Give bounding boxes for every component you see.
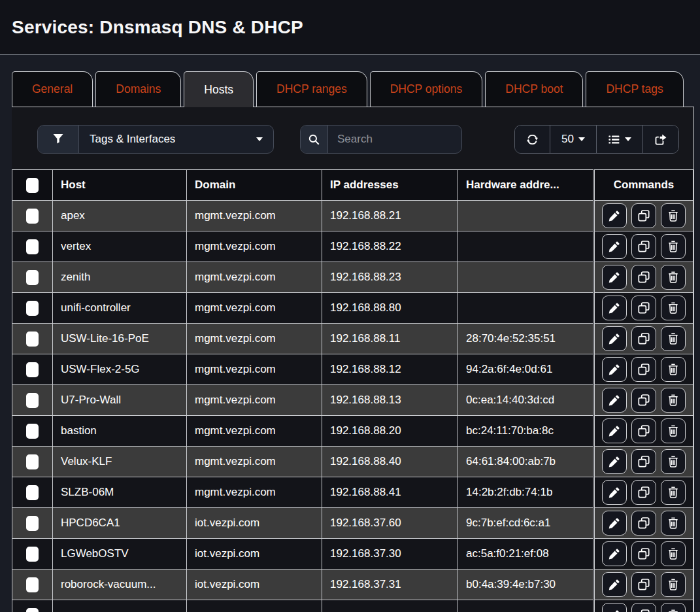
tags-interfaces-dropdown[interactable]: Tags & Interfaces: [79, 126, 273, 153]
delete-button[interactable]: [661, 203, 686, 228]
tab-dhcp-tags[interactable]: DHCP tags: [586, 71, 683, 107]
column-header-hardware-addre-[interactable]: Hardware addre...: [458, 170, 594, 201]
clone-button[interactable]: [631, 480, 656, 505]
delete-button[interactable]: [661, 296, 686, 320]
row-checkbox[interactable]: [26, 239, 39, 254]
search-input[interactable]: [328, 126, 461, 153]
column-header-domain[interactable]: Domain: [187, 170, 322, 201]
delete-button[interactable]: [661, 326, 686, 351]
export-button[interactable]: [643, 126, 678, 153]
table-row[interactable]: vertex mgmt.vezpi.com 192.168.88.22: [12, 231, 693, 262]
clone-button[interactable]: [631, 449, 656, 474]
table-row[interactable]: unifi-controller mgmt.vezpi.com 192.168.…: [12, 293, 693, 324]
edit-button[interactable]: [602, 603, 627, 612]
row-checkbox[interactable]: [26, 547, 39, 562]
row-select-cell: [12, 508, 53, 539]
edit-button[interactable]: [602, 265, 627, 290]
clone-button[interactable]: [631, 265, 656, 290]
tab-dhcp-ranges[interactable]: DHCP ranges: [256, 71, 367, 107]
clone-button[interactable]: [631, 511, 656, 536]
edit-button[interactable]: [602, 511, 627, 536]
trash-icon: [667, 578, 680, 591]
table-row[interactable]: LGWebOSTV iot.vezpi.com 192.168.37.30 ac…: [12, 539, 693, 570]
clone-button[interactable]: [631, 572, 656, 597]
row-checkbox[interactable]: [26, 301, 39, 316]
edit-button[interactable]: [602, 234, 627, 259]
edit-button[interactable]: [602, 388, 627, 413]
table-row[interactable]: [12, 600, 693, 612]
table-row[interactable]: bastion mgmt.vezpi.com 192.168.88.20 bc:…: [12, 416, 693, 447]
delete-button[interactable]: [661, 511, 686, 536]
edit-button[interactable]: [602, 480, 627, 505]
delete-button[interactable]: [661, 541, 686, 566]
delete-button[interactable]: [661, 388, 686, 413]
clone-button[interactable]: [631, 296, 656, 320]
edit-button[interactable]: [602, 572, 627, 597]
delete-button[interactable]: [661, 234, 686, 259]
table-row[interactable]: USW-Flex-2-5G mgmt.vezpi.com 192.168.88.…: [12, 354, 693, 385]
clone-button[interactable]: [631, 418, 656, 443]
delete-button[interactable]: [661, 418, 686, 443]
row-checkbox[interactable]: [26, 393, 39, 408]
pencil-icon: [608, 486, 621, 499]
row-select-cell: [12, 354, 53, 385]
clone-button[interactable]: [631, 357, 656, 382]
column-header-ip-addresses[interactable]: IP addresses: [322, 170, 458, 201]
commands-cell: [594, 293, 693, 324]
row-checkbox[interactable]: [26, 485, 39, 500]
table-row[interactable]: U7-Pro-Wall mgmt.vezpi.com 192.168.88.13…: [12, 385, 693, 416]
row-checkbox[interactable]: [26, 608, 39, 612]
clone-button[interactable]: [631, 603, 656, 612]
clone-button[interactable]: [631, 541, 656, 566]
tab-dhcp-boot[interactable]: DHCP boot: [485, 71, 583, 107]
row-checkbox[interactable]: [26, 270, 39, 285]
delete-button[interactable]: [661, 357, 686, 382]
refresh-button[interactable]: [515, 126, 550, 153]
row-checkbox[interactable]: [26, 424, 39, 439]
table-row[interactable]: roborock-vacuum... iot.vezpi.com 192.168…: [12, 570, 693, 600]
delete-button[interactable]: [661, 603, 686, 612]
tab-general[interactable]: General: [12, 71, 93, 107]
copy-icon: [637, 578, 650, 591]
edit-button[interactable]: [602, 357, 627, 382]
clone-button[interactable]: [631, 388, 656, 413]
page-size-dropdown[interactable]: 50: [550, 126, 597, 153]
row-checkbox[interactable]: [26, 332, 39, 347]
tab-hosts[interactable]: Hosts: [184, 71, 254, 107]
tab-dhcp-options[interactable]: DHCP options: [370, 71, 483, 107]
column-selector-dropdown[interactable]: [597, 126, 643, 153]
row-checkbox[interactable]: [26, 454, 39, 469]
edit-button[interactable]: [602, 541, 627, 566]
search-button[interactable]: [301, 126, 328, 153]
table-row[interactable]: HPCD6CA1 iot.vezpi.com 192.168.37.60 9c:…: [12, 508, 693, 539]
edit-button[interactable]: [602, 203, 627, 228]
table-row[interactable]: Velux-KLF mgmt.vezpi.com 192.168.88.40 6…: [12, 447, 693, 477]
edit-button[interactable]: [602, 326, 627, 351]
row-checkbox[interactable]: [26, 209, 39, 224]
copy-icon: [637, 301, 650, 314]
table-row[interactable]: SLZB-06M mgmt.vezpi.com 192.168.88.41 14…: [12, 477, 693, 508]
commands-cell: [594, 324, 693, 354]
clone-button[interactable]: [631, 326, 656, 351]
grid-actions-group: 50: [514, 125, 679, 154]
delete-button[interactable]: [661, 480, 686, 505]
table-row[interactable]: USW-Lite-16-PoE mgmt.vezpi.com 192.168.8…: [12, 324, 693, 354]
edit-button[interactable]: [602, 296, 627, 320]
edit-button[interactable]: [602, 449, 627, 474]
row-checkbox[interactable]: [26, 577, 39, 592]
row-checkbox[interactable]: [26, 516, 39, 531]
column-header-host[interactable]: Host: [53, 170, 187, 201]
command-buttons: [595, 418, 693, 443]
delete-button[interactable]: [661, 572, 686, 597]
clone-button[interactable]: [631, 234, 656, 259]
select-all-checkbox[interactable]: [26, 178, 39, 193]
row-checkbox[interactable]: [26, 362, 39, 377]
delete-button[interactable]: [661, 265, 686, 290]
filter-button[interactable]: [38, 126, 79, 153]
table-row[interactable]: apex mgmt.vezpi.com 192.168.88.21: [12, 201, 693, 231]
tab-domains[interactable]: Domains: [95, 71, 181, 107]
edit-button[interactable]: [602, 418, 627, 443]
clone-button[interactable]: [631, 203, 656, 228]
delete-button[interactable]: [661, 449, 686, 474]
table-row[interactable]: zenith mgmt.vezpi.com 192.168.88.23: [12, 262, 693, 293]
